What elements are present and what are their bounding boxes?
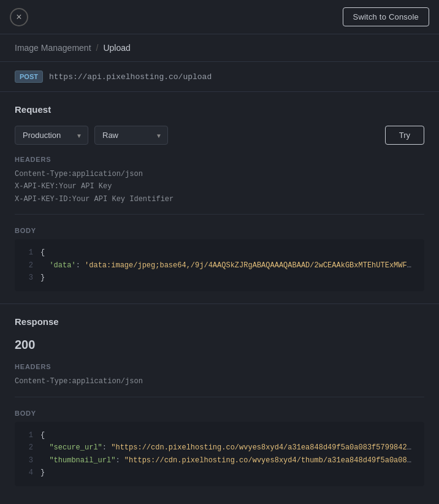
response-body-line-2: 2 "secure_url": "https://cdn.pixelhostin… <box>23 441 416 454</box>
response-body-line-3: 3 "thumbnail_url": "https://cdn.pixelhos… <box>23 454 416 467</box>
switch-console-button[interactable]: Switch to Console <box>343 7 429 26</box>
response-body-line-4: 4 } <box>23 467 416 479</box>
request-title: Request <box>15 104 424 115</box>
request-body-line-2: 2 'data': 'data:image/jpeg;base64,/9j/4A… <box>23 259 416 272</box>
try-button[interactable]: Try <box>385 126 424 145</box>
header-content-type: Content-Type:application/json <box>15 168 424 180</box>
response-title: Response <box>15 316 424 327</box>
environment-select[interactable]: Production <box>15 126 88 145</box>
close-icon: × <box>16 12 21 23</box>
top-bar: × Switch to Console <box>0 0 439 34</box>
response-header-content-type: Content-Type:application/json <box>15 375 424 388</box>
endpoint-url: https://api.pixelhosting.co/upload <box>49 72 212 82</box>
breadcrumb-parent[interactable]: Image Management <box>15 43 91 53</box>
response-status-code: 200 <box>15 338 424 352</box>
method-badge: POST <box>15 71 43 83</box>
request-body-label: BODY <box>15 227 424 234</box>
breadcrumb-current: Upload <box>103 43 130 53</box>
header-api-key: X-API-KEY:Your API Key <box>15 180 424 193</box>
response-body-code: 1 { 2 "secure_url": "https://cdn.pixelho… <box>15 422 424 487</box>
request-headers-block: HEADERS Content-Type:application/json X-… <box>15 156 424 215</box>
breadcrumb-separator: / <box>96 43 99 53</box>
request-section: Request Production ▼ Raw ▼ Try HEADERS C… <box>0 92 439 304</box>
request-body-code: 1 { 2 'data': 'data:image/jpeg;base64,/9… <box>15 239 424 291</box>
controls-row: Production ▼ Raw ▼ Try <box>15 126 424 145</box>
response-body-line-1: 1 { <box>23 429 416 441</box>
request-body-line-3: 3 } <box>23 272 416 284</box>
format-select[interactable]: Raw <box>94 126 168 145</box>
response-headers-label: HEADERS <box>15 363 424 370</box>
close-button[interactable]: × <box>10 8 28 26</box>
request-headers-label: HEADERS <box>15 156 424 163</box>
header-api-key-id: X-API-KEY-ID:Your API Key Identifier <box>15 193 424 205</box>
request-body-line-1: 1 { <box>23 246 416 259</box>
response-body-label: BODY <box>15 410 424 417</box>
environment-select-wrapper: Production ▼ <box>15 126 88 145</box>
format-select-wrapper: Raw ▼ <box>94 126 168 145</box>
url-bar: POST https://api.pixelhosting.co/upload <box>0 62 439 92</box>
response-section: Response 200 HEADERS Content-Type:applic… <box>0 304 439 498</box>
response-headers-block: HEADERS Content-Type:application/json <box>15 363 424 397</box>
breadcrumb: Image Management / Upload <box>0 34 439 62</box>
